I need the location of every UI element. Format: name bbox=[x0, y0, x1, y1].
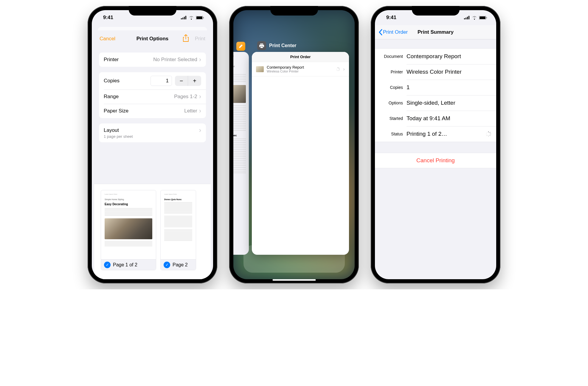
copies-input[interactable] bbox=[151, 76, 172, 86]
spinner-icon bbox=[485, 131, 491, 137]
svg-rect-0 bbox=[181, 18, 182, 19]
svg-rect-25 bbox=[489, 135, 491, 136]
page-preview-strip: Lorem Ipsum Dolor Simple Home Styling Ea… bbox=[94, 184, 211, 279]
layout-subtitle: 1 page per sheet bbox=[104, 134, 201, 139]
printer-row[interactable]: Printer No Printer Selected › bbox=[99, 53, 206, 67]
battery-icon bbox=[196, 16, 204, 20]
layout-label: Layout bbox=[104, 127, 119, 133]
svg-rect-29 bbox=[486, 132, 488, 133]
svg-rect-9 bbox=[339, 69, 340, 69]
wifi-icon bbox=[472, 16, 477, 20]
switcher-card-print-center[interactable]: Print Order Contemporary Report Wireless… bbox=[252, 52, 349, 255]
copies-stepper: − + bbox=[175, 76, 201, 86]
svg-rect-13 bbox=[336, 69, 337, 69]
summary-row-printer: Printer Wireless Color Printer bbox=[375, 64, 496, 80]
spinner-icon bbox=[336, 67, 340, 71]
queue-item-title: Contemporary Report bbox=[267, 65, 333, 70]
layout-row[interactable]: Layout › 1 page per sheet bbox=[99, 123, 206, 142]
svg-rect-27 bbox=[486, 135, 488, 136]
print-order-title: Print Order bbox=[252, 52, 349, 62]
pages-app-icon[interactable] bbox=[236, 42, 245, 51]
svg-rect-26 bbox=[488, 135, 489, 137]
nav-bar: Print Order Print Summary bbox=[375, 25, 496, 39]
svg-rect-11 bbox=[338, 70, 338, 71]
chevron-right-icon: › bbox=[343, 66, 345, 72]
pencil-icon bbox=[238, 44, 243, 49]
paper-size-label: Paper Size bbox=[104, 108, 128, 114]
svg-rect-20 bbox=[480, 16, 485, 19]
svg-rect-7 bbox=[338, 67, 338, 68]
copies-label: Copies bbox=[104, 78, 120, 84]
paper-size-row[interactable]: Paper Size Letter › bbox=[99, 104, 206, 118]
printer-icon bbox=[259, 43, 264, 48]
page-thumb-2[interactable]: Lorem Ipsum Dolor Donec Quis Nunc ✓ Page… bbox=[160, 190, 196, 270]
stepper-minus-button[interactable]: − bbox=[175, 76, 188, 86]
svg-rect-8 bbox=[339, 68, 339, 69]
page-badge-label: Page 1 of 2 bbox=[113, 262, 137, 268]
summary-row-copies: Copies 1 bbox=[375, 80, 496, 95]
svg-rect-6 bbox=[203, 17, 204, 18]
phone-app-switcher: ‹ ⊞ ⊕ Simpl Ea Donec Print Center Print … bbox=[229, 6, 359, 283]
share-icon bbox=[183, 34, 189, 42]
svg-rect-3 bbox=[185, 16, 186, 19]
svg-rect-28 bbox=[486, 134, 487, 134]
document-thumb-icon bbox=[256, 66, 264, 72]
svg-rect-21 bbox=[486, 17, 487, 18]
summary-row-started: Started Today at 9:41 AM bbox=[375, 111, 496, 126]
svg-rect-1 bbox=[182, 18, 183, 19]
svg-rect-23 bbox=[489, 132, 491, 133]
chevron-right-icon: › bbox=[199, 93, 201, 100]
svg-rect-12 bbox=[336, 70, 337, 71]
svg-rect-16 bbox=[466, 18, 466, 19]
range-label: Range bbox=[104, 94, 119, 100]
queue-item-subtitle: Wireless Color Printer bbox=[267, 70, 333, 73]
print-center-app-icon bbox=[257, 41, 266, 50]
printer-value: No Printer Selected bbox=[153, 57, 197, 63]
check-icon: ✓ bbox=[164, 262, 170, 268]
svg-rect-2 bbox=[184, 17, 185, 19]
svg-rect-5 bbox=[196, 16, 202, 19]
page-thumb-1[interactable]: Lorem Ipsum Dolor Simple Home Styling Ea… bbox=[101, 190, 156, 270]
cellular-icon bbox=[181, 16, 187, 19]
sheet-nav: Cancel Print Options Print bbox=[94, 30, 211, 47]
page-badge-label: Page 2 bbox=[173, 262, 188, 268]
range-value: Pages 1-2 bbox=[174, 94, 197, 100]
printer-label: Printer bbox=[104, 57, 119, 63]
svg-rect-14 bbox=[336, 68, 337, 69]
share-button[interactable] bbox=[183, 34, 189, 43]
range-row[interactable]: Range Pages 1-2 › bbox=[99, 89, 206, 104]
battery-icon bbox=[479, 16, 487, 20]
svg-rect-24 bbox=[490, 134, 491, 134]
switcher-card-pages[interactable]: ‹ ⊞ ⊕ Simpl Ea Donec bbox=[233, 52, 249, 255]
svg-rect-18 bbox=[468, 16, 469, 19]
svg-rect-15 bbox=[464, 18, 465, 19]
chevron-left-icon bbox=[378, 29, 382, 35]
back-button[interactable]: Print Order bbox=[378, 29, 408, 35]
stepper-plus-button[interactable]: + bbox=[188, 76, 201, 86]
summary-list: Document Contemporary Report Printer Wir… bbox=[375, 48, 496, 142]
phone-print-summary: 9:41 Print Order Print Summary Document … bbox=[371, 6, 500, 283]
chevron-right-icon: › bbox=[199, 56, 201, 63]
svg-rect-10 bbox=[339, 70, 339, 71]
status-time: 9:41 bbox=[386, 15, 396, 21]
svg-rect-22 bbox=[488, 131, 489, 132]
summary-row-options: Options Single-sided, Letter bbox=[375, 95, 496, 111]
print-button[interactable]: Print bbox=[195, 36, 205, 42]
paper-size-value: Letter bbox=[184, 108, 197, 114]
print-options-sheet: Cancel Print Options Print Printer No Pr… bbox=[94, 30, 211, 279]
print-center-app-label[interactable]: Print Center bbox=[257, 41, 297, 50]
cancel-button[interactable]: Cancel bbox=[100, 36, 115, 42]
check-icon: ✓ bbox=[104, 262, 111, 268]
copies-row: Copies − + bbox=[99, 72, 206, 89]
print-queue-item[interactable]: Contemporary Report Wireless Color Print… bbox=[252, 62, 349, 76]
cellular-icon bbox=[464, 16, 470, 19]
cancel-printing-button[interactable]: Cancel Printing bbox=[375, 153, 496, 168]
status-time: 9:41 bbox=[103, 15, 113, 21]
chevron-right-icon: › bbox=[199, 127, 201, 134]
svg-rect-17 bbox=[467, 17, 468, 19]
wifi-icon bbox=[189, 16, 194, 20]
summary-row-status: Status Printing 1 of 2… bbox=[375, 126, 496, 142]
phone-print-options: 9:41 Cancel Print Options Print bbox=[88, 6, 217, 283]
summary-row-document: Document Contemporary Report bbox=[375, 49, 496, 64]
chevron-right-icon: › bbox=[199, 108, 201, 114]
